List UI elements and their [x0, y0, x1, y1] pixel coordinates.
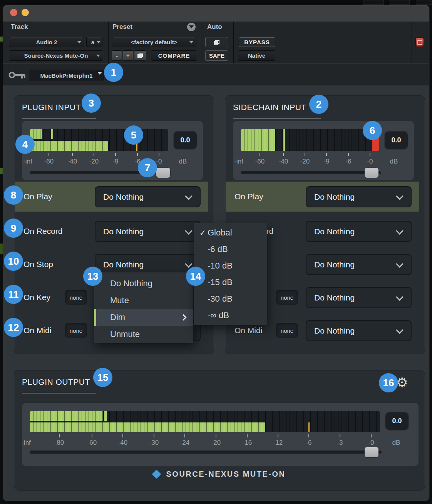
scale-label: -inf — [23, 158, 32, 165]
chevron-down-icon — [396, 326, 404, 334]
on-play-label: On Play — [23, 192, 52, 201]
background-widget — [389, 0, 410, 5]
copy-settings-button[interactable] — [134, 50, 146, 61]
target-icon — [417, 40, 422, 45]
plugin-output-gain-slider[interactable] — [30, 451, 382, 454]
scale-label: -30 — [149, 439, 159, 447]
scale-tick — [370, 153, 370, 156]
preset-menu-icon[interactable] — [187, 23, 196, 31]
sidechain-gain-handle[interactable] — [365, 168, 378, 178]
scale-label: -20 — [300, 158, 310, 165]
on-record-action-dropdown[interactable]: Do Nothing — [95, 221, 201, 242]
scale-tick — [340, 434, 340, 437]
previous-preset-button[interactable]: - — [112, 50, 122, 61]
automation-enable-button[interactable] — [205, 37, 228, 47]
scale-tick — [59, 434, 60, 437]
scale-label: -60 — [255, 158, 265, 165]
bypass-button[interactable]: BYPASS — [239, 37, 275, 47]
on-play-action-dropdown[interactable]: Do Nothing — [95, 186, 201, 207]
target-window-button[interactable] — [415, 37, 424, 47]
on-stop-action-dropdown[interactable]: Do Nothing — [306, 254, 412, 275]
plugin-selector[interactable]: Source-Nexus Mute-On — [9, 50, 103, 61]
on-midi-label: On Midi — [234, 326, 262, 335]
plugin-input-meter-box: -inf -60 -40 -20 -9 -6 -0 dB 0.0 — [22, 121, 203, 180]
plugin-input-title: PLUGIN INPUT — [22, 103, 81, 112]
scale-label: -inf — [22, 439, 31, 447]
next-preset-button[interactable]: + — [123, 50, 133, 61]
preset-selector[interactable]: <factory default> — [112, 37, 196, 47]
unit-label: dB — [390, 158, 398, 165]
annotation-badge-5: 5 — [124, 125, 143, 145]
check-icon: ✓ — [199, 228, 208, 237]
submenu-item-global[interactable]: ✓ Global — [194, 224, 267, 241]
on-play-label: On Play — [234, 192, 263, 201]
track-section-label: Track — [11, 23, 28, 31]
submenu-item-minus10[interactable]: -10 dB — [194, 257, 267, 274]
scale-label: -0 — [368, 439, 374, 447]
meter-segments — [30, 411, 380, 432]
plugin-input-gain-handle[interactable] — [156, 168, 170, 178]
brand-row: SOURCE-NEXUS MUTE-ON — [14, 470, 425, 479]
on-midi-assignment[interactable]: none — [65, 323, 87, 338]
scale-label: -6 — [306, 439, 311, 447]
scale-tick — [260, 153, 260, 156]
selection-bar — [94, 309, 96, 326]
sidechain-gain-slider[interactable] — [241, 171, 381, 174]
meter-notch — [103, 411, 104, 421]
plugin-output-gain-handle[interactable] — [365, 447, 378, 457]
chevron-down-icon — [185, 192, 193, 200]
key-input-device-selector[interactable]: MacBokPrMcrphn1 — [29, 70, 104, 81]
on-stop-label: On Stop — [23, 260, 53, 269]
scale-tick — [94, 153, 94, 156]
title-underline — [22, 393, 96, 394]
close-button[interactable] — [10, 9, 17, 16]
menu-item-unmute[interactable]: Unmute — [94, 326, 193, 343]
chevron-down-icon — [396, 260, 404, 268]
on-record-action-dropdown[interactable]: Do Nothing — [306, 221, 412, 242]
on-stop-action-dropdown[interactable]: Do Nothing — [95, 254, 201, 275]
plugin-format-button[interactable]: Native — [238, 50, 275, 61]
on-key-assignment[interactable]: none — [65, 290, 87, 305]
annotation-badge-8: 8 — [4, 185, 23, 205]
scale-label: -inf — [234, 158, 243, 165]
plugin-output-panel: PLUGIN OUTPUT ⚙ — [14, 370, 425, 491]
annotation-badge-6: 6 — [363, 121, 382, 140]
automation-mode: a — [91, 39, 94, 45]
menu-item-dim[interactable]: Dim — [94, 309, 193, 326]
automation-safe-button[interactable]: SAFE — [205, 50, 228, 61]
annotation-badge-7: 7 — [138, 158, 157, 177]
scale-label: -20 — [211, 439, 221, 447]
chevron-down-icon — [185, 260, 193, 268]
track-selector[interactable]: Audio 2 — [9, 37, 84, 47]
on-key-action-dropdown[interactable]: Do Nothing — [306, 287, 412, 308]
menu-item-mute[interactable]: Mute — [94, 292, 193, 309]
submenu-item-minusinf[interactable]: -∞ dB — [194, 307, 267, 324]
diamond-icon — [152, 469, 161, 479]
plugin-input-gain-value[interactable]: 0.0 — [174, 131, 197, 149]
compare-button[interactable]: COMPARE — [151, 50, 197, 61]
on-play-action-dropdown[interactable]: Do Nothing — [306, 186, 412, 207]
automation-mode-selector[interactable]: a — [86, 37, 102, 47]
submenu-item-minus30[interactable]: -30 dB — [194, 290, 267, 307]
chevron-down-icon — [396, 192, 404, 200]
scale-tick — [115, 153, 116, 156]
sidechain-gain-value[interactable]: 0.0 — [385, 131, 408, 149]
menu-item-do-nothing[interactable]: Do Nothing — [94, 275, 193, 292]
plugin-header: Track Audio 2 a Source-Nexus Mute-On Pre… — [3, 22, 429, 63]
on-midi-action-dropdown[interactable]: Do Nothing — [306, 320, 412, 341]
window-titlebar[interactable] — [3, 5, 429, 22]
plugin-output-title: PLUGIN OUTPUT — [22, 377, 90, 387]
on-midi-assignment[interactable]: none — [276, 323, 298, 338]
peak-hold-marker — [308, 422, 310, 432]
scale-label: -9 — [112, 158, 118, 165]
minimize-button[interactable] — [22, 9, 29, 16]
submenu-item-minus6[interactable]: -6 dB — [194, 241, 267, 257]
preset-section-label: Preset — [112, 23, 132, 31]
scale-tick — [305, 153, 305, 156]
chevron-down-icon — [396, 227, 404, 235]
scale-tick — [278, 434, 278, 437]
scale-tick — [72, 153, 73, 156]
plugin-output-gain-value[interactable]: 0.0 — [385, 412, 409, 430]
on-key-assignment[interactable]: none — [276, 290, 298, 305]
scale-label: -24 — [180, 439, 190, 447]
